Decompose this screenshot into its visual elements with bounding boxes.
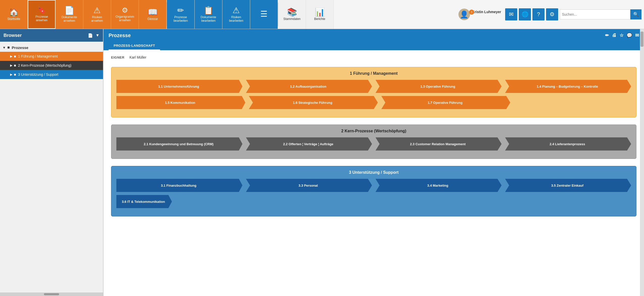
tab-prozess-landschaft[interactable]: PROZESS-LANDSCHAFT [109,42,160,50]
proc-item-2-1[interactable]: 2.1 Kundengewinnung und Betreuung (CRM) [116,137,242,151]
process-row-3-1: 3.1 Finanzbuchhaltung 3.3 Personal 3.4 M… [116,179,631,192]
notification-badge: 3 [469,10,474,15]
toolbar-btn-startseite[interactable]: 🏠 Startseite [0,0,28,29]
print-icon[interactable]: 🖨 [612,33,616,38]
sidebar-header-icons: 📄 ▼ [88,33,99,38]
scroll-thumb [640,32,643,47]
toolbar-btn-risiken-bearbeiten[interactable]: ⚠ Risikenbearbeiten [222,0,250,29]
toolbar-btn-dokumente-ansehen[interactable]: 📄 Dokumenteansehen [56,0,83,29]
proc-label-1-4: 1.4 Planung – Budgetierung – Kontrolle [537,85,598,88]
search-area: 🔍 [560,9,641,19]
group-title-kern: 2 Kern-Prozesse (Wertschöpfung) [116,129,631,133]
proc-label-3-5: 3.5 Zentraler Einkauf [551,184,583,187]
content-area: Prozesse ✏ 🖨 ☆ 💬 ✉ PROZESS-LANDSCHAFT EI… [104,29,644,296]
toolbar-icon-btn-settings[interactable]: ⚙ [546,8,558,20]
tree-root-label: Prozesse [12,45,29,50]
content-header: Prozesse ✏ 🖨 ☆ 💬 ✉ [104,29,644,42]
proc-item-1-2[interactable]: 1.2 Aufbauorganisation [246,80,372,93]
star-icon[interactable]: ☆ [620,33,624,38]
stammdaten-icon: 📚 [287,8,297,16]
content-title: Prozesse [109,33,131,38]
toolbar-icon-btn-mail[interactable]: ✉ [505,8,517,20]
process-row-1-2: 1.5 Kommunikation 1.6 Strategische Führu… [116,96,631,109]
sidebar-scrollbar[interactable] [0,293,103,296]
proc-label-3-1: 3.1 Finanzbuchhaltung [161,184,196,187]
proc-item-1-6[interactable]: 1.6 Strategische Führung [249,96,378,109]
organigramm-ansehen-icon: ⚙ [122,7,128,14]
process-row-1-1: 1.1 Unternehmensführung 1.2 Aufbauorgani… [116,80,631,93]
dokumente-bearbeiten-icon: 📋 [203,6,214,14]
toolbar-btn-prozesse-bearbeiten[interactable]: ✏ Prozessebearbeiten [167,0,195,29]
proc-item-3-4[interactable]: 3.4 Marketing [376,179,502,192]
group-title-fuhrung: 1 Führung / Management [116,71,631,76]
search-button[interactable]: 🔍 [630,9,641,19]
sidebar-item-fuhrung[interactable]: ▶ ■ 1 Führung / Management [0,52,103,61]
toolbar-btn-stammdaten[interactable]: 📚 Stammdaten [278,0,306,29]
proc-label-2-3: 2.3 Customer Relation Management [410,142,466,146]
unterstutzung-folder-icon: ■ [14,72,16,77]
proc-item-1-4[interactable]: 1.4 Planung – Budgetierung – Kontrolle [505,80,631,93]
toolbar-right: Kristin Luhmeyer 3 ✉ 🌐 ? ⚙ 🔍 [456,0,644,29]
prozesse-ansehen-icon: 🔖 [37,7,46,14]
toolbar-btn-prozesse-ansehen[interactable]: 🔖 Prozesseansehen [28,0,56,29]
toolbar-btn-risiken-ansehen[interactable]: ⚠ Risikenansehen [83,0,111,29]
prozesse-bearbeiten-icon: ✏ [177,6,184,14]
search-input[interactable] [560,9,630,19]
process-group-kern: 2 Kern-Prozesse (Wertschöpfung) 2.1 Kund… [111,125,636,159]
process-group-fuhrung: 1 Führung / Management 1.1 Unternehmensf… [111,67,636,117]
sidebar-item-unterstutzung[interactable]: ▶ ■ 3 Unterstützung / Support [0,70,103,79]
toolbar-btn-more[interactable]: ☰ [250,0,278,29]
proc-item-3-6[interactable]: 3.6 IT & Telekommunikation [116,195,172,208]
edit-icon[interactable]: ✏ [605,33,609,38]
toolbar-label-glossar: Glossar [147,17,158,21]
toolbar-label-risiken-bearbeiten: Risikenbearbeiten [229,15,243,23]
content-body: EIGNER Karl Müller 1 Führung / Managemen… [104,50,644,296]
sidebar-filter-icon[interactable]: ▼ [95,33,99,38]
proc-item-1-5[interactable]: 1.5 Kommunikation [116,96,245,109]
more-icon: ☰ [260,10,268,18]
toolbar-label-dokumente-bearbeiten: Dokumentebearbeiten [201,15,216,23]
user-area: Kristin Luhmeyer 3 [456,8,504,21]
tree-root-arrow: ▼ [3,46,6,50]
proc-label-1-3: 1.3 Operative Führung [420,85,455,88]
unterstutzung-label: 3 Unterstützung / Support [18,72,58,77]
proc-item-1-1[interactable]: 1.1 Unternehmensführung [116,80,242,93]
sidebar-doc-icon[interactable]: 📄 [88,33,93,38]
avatar [458,9,470,20]
proc-label-3-6: 3.6 IT & Telekommunikation [122,200,165,204]
sidebar-tree-root[interactable]: ▼ ■ Prozesse [0,43,103,52]
toolbar-btn-dokumente-bearbeiten[interactable]: 📋 Dokumentebearbeiten [195,0,222,29]
toolbar-label-startseite: Startseite [7,17,20,21]
toolbar-icon-btn-globe[interactable]: 🌐 [519,8,531,20]
sidebar-header: Browser 📄 ▼ [0,29,103,42]
home-icon: 🏠 [9,8,19,16]
toolbar-icon-btn-help[interactable]: ? [532,8,545,20]
toolbar-btn-glossar[interactable]: 📖 Glossar [139,0,167,29]
toolbar-btn-berichte[interactable]: 📊 Berichte [306,0,334,29]
user-name: Kristin Luhmeyer [472,10,501,14]
owner-row: EIGNER Karl Müller [111,55,636,59]
proc-item-3-1[interactable]: 3.1 Finanzbuchhaltung [116,179,242,192]
proc-item-1-7[interactable]: 1.7 Operative Führung [381,96,510,109]
proc-item-3-3[interactable]: 3.3 Personal [246,179,372,192]
proc-item-2-2[interactable]: 2.2 Offerten ¦ Verträge ¦ Aufträge [246,137,372,151]
proc-item-1-3[interactable]: 1.3 Operative Führung [376,80,502,93]
proc-label-1-2: 1.2 Aufbauorganisation [290,85,326,88]
proc-item-2-4[interactable]: 2.4 Lieferantenprozess [505,137,631,151]
process-group-support: 3 Unterstützung / Support 3.1 Finanzbuch… [111,166,636,216]
toolbar-label-stammdaten: Stammdaten [283,17,300,21]
proc-label-3-3: 3.3 Personal [299,184,318,187]
proc-item-2-3[interactable]: 2.3 Customer Relation Management [376,137,502,151]
content-scrollbar[interactable] [640,29,644,296]
owner-label: EIGNER [111,56,124,59]
tab-bar: PROZESS-LANDSCHAFT [104,42,644,50]
proc-item-3-5[interactable]: 3.5 Zentraler Einkauf [505,179,631,192]
berichte-icon: 📊 [315,8,325,16]
mail-icon[interactable]: ✉ [635,33,639,38]
group-title-support: 3 Unterstützung / Support [116,170,631,175]
toolbar: 🏠 Startseite 🔖 Prozesseansehen 📄 Dokumen… [0,0,644,29]
comment-icon[interactable]: 💬 [627,33,632,38]
sidebar-item-kern-prozesse[interactable]: ▶ ■ 2 Kern-Prozesse (Wertschöpfung) [0,61,103,70]
toolbar-btn-organigramm-ansehen[interactable]: ⚙ Organigrammansehen [111,0,139,29]
unterstutzung-arrow: ▶ [10,73,12,76]
